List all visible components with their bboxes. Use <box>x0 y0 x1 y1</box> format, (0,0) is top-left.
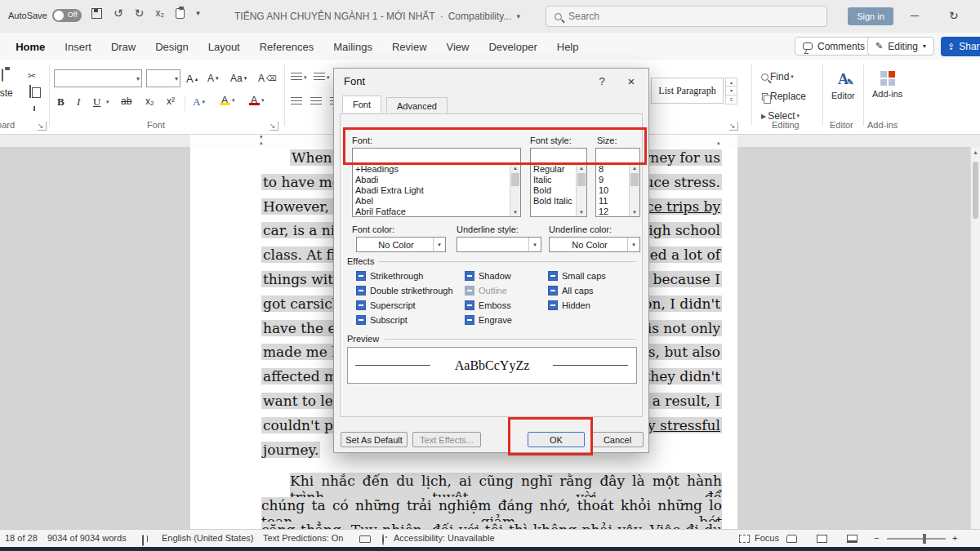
right-indent-marker-icon[interactable]: ▴ <box>717 140 720 145</box>
zoom-slider-track[interactable] <box>887 538 946 540</box>
sync-icon[interactable]: ↻ <box>949 9 959 22</box>
align-left-icon[interactable] <box>291 97 302 106</box>
font-color-dropdown[interactable]: No Color▾ <box>356 237 446 252</box>
find-button[interactable]: Find ▾ <box>761 71 794 82</box>
font-list[interactable]: +Headings Abadi Abadi Extra Light Abel A… <box>352 163 521 217</box>
tab-review[interactable]: Review <box>390 38 429 56</box>
effect-superscript[interactable]: Superscript <box>356 300 416 310</box>
font-list-item[interactable]: Abadi Extra Light <box>353 185 520 196</box>
read-mode-icon[interactable] <box>786 535 797 543</box>
autosave-control[interactable]: AutoSave Off <box>8 9 82 22</box>
subscript-qat-icon[interactable]: x₂ <box>155 8 164 18</box>
cancel-button[interactable]: Cancel <box>591 432 644 447</box>
effect-shadow[interactable]: Shadow <box>465 271 511 281</box>
chevron-down-icon[interactable]: ▾ <box>175 75 178 82</box>
checkbox-icon[interactable] <box>356 271 366 281</box>
underline-color-dropdown[interactable]: No Color▾ <box>549 237 640 252</box>
addins-button[interactable]: Add-ins <box>872 71 902 99</box>
font-list-item[interactable]: Abril Fatface <box>353 207 520 217</box>
effect-subscript[interactable]: Subscript <box>356 315 408 325</box>
strikethrough-button[interactable]: ab <box>121 96 131 107</box>
accessibility-status[interactable]: Accessibility: Unavailable <box>394 533 495 543</box>
zoom-in-button[interactable]: + <box>952 533 957 543</box>
undo-icon[interactable]: ↺ <box>114 7 123 19</box>
styles-dialog-launcher-icon[interactable]: ↘ <box>729 122 738 131</box>
effect-strikethrough[interactable]: Strikethrough <box>356 271 423 281</box>
tab-layout[interactable]: Layout <box>207 38 242 56</box>
clipboard-dialog-launcher-icon[interactable]: ↘ <box>38 122 47 131</box>
sign-in-button[interactable]: Sign in <box>848 7 893 25</box>
print-layout-icon[interactable] <box>817 535 827 543</box>
italic-button[interactable]: I <box>77 96 80 109</box>
effect-engrave[interactable]: Engrave <box>465 315 512 325</box>
chevron-down-icon[interactable]: ▾ <box>528 238 541 251</box>
search-box[interactable] <box>546 6 827 27</box>
checkbox-icon[interactable] <box>465 286 474 295</box>
font-list-item[interactable]: Abel <box>353 196 520 207</box>
underline-style-dropdown[interactable]: ▾ <box>457 237 541 252</box>
size-list-scrollbar[interactable]: ▲▼ <box>629 164 639 216</box>
cut-icon[interactable]: ✂ <box>28 70 36 82</box>
checkbox-icon[interactable] <box>356 300 366 310</box>
zoom-slider-handle[interactable] <box>923 534 926 544</box>
chevron-down-icon[interactable]: ▾ <box>136 75 140 82</box>
font-list-item[interactable]: Abadi <box>353 175 520 185</box>
checkbox-icon[interactable] <box>465 315 474 325</box>
minimize-icon[interactable]: ─ <box>911 9 919 22</box>
text-predictions-indicator[interactable]: Text Predictions: On <box>263 533 343 543</box>
dialog-tab-font[interactable]: Font <box>342 96 381 113</box>
checkbox-icon[interactable] <box>356 286 366 295</box>
superscript-button[interactable]: x² <box>167 96 175 107</box>
dialog-tab-advanced[interactable]: Advanced <box>386 97 448 114</box>
checkbox-icon[interactable] <box>548 286 558 295</box>
save-icon[interactable] <box>91 8 102 19</box>
text-effects-dialog-button[interactable]: Text Effects... <box>412 432 481 447</box>
scrollbar-thumb[interactable] <box>973 162 978 219</box>
keyboard-icon[interactable] <box>359 535 371 543</box>
underline-options-icon[interactable]: ▾ <box>106 99 109 105</box>
vertical-scrollbar[interactable]: ▲ <box>970 147 980 529</box>
change-case-button[interactable]: Aa▾ <box>230 73 247 84</box>
clear-formatting-button[interactable]: A⌫ <box>258 73 277 84</box>
comments-button[interactable]: Comments <box>795 37 873 56</box>
set-as-default-button[interactable]: Set As Default <box>341 432 408 447</box>
numbering-icon[interactable] <box>314 73 325 82</box>
search-input[interactable] <box>568 11 797 22</box>
numbering-chevron-icon[interactable]: ▾ <box>327 74 330 81</box>
text-effects-button[interactable]: A▾ <box>193 96 205 109</box>
style-list-paragraph[interactable]: List Paragraph <box>651 78 724 104</box>
bullets-icon[interactable] <box>291 73 302 82</box>
focus-button[interactable]: Focus <box>755 533 779 543</box>
font-size-combo[interactable]: ▾ <box>146 69 180 87</box>
indent-marker-bottom-icon[interactable]: ▴ <box>260 140 263 145</box>
tab-mailings[interactable]: Mailings <box>332 38 374 56</box>
chevron-down-icon[interactable]: ▾ <box>433 238 445 251</box>
share-button[interactable]: ⇪ Share <box>941 37 980 56</box>
font-color-button[interactable]: A ▾ <box>248 94 265 106</box>
effect-hidden[interactable]: Hidden <box>548 300 590 310</box>
close-icon[interactable]: × <box>621 72 642 90</box>
effect-emboss[interactable]: Emboss <box>465 300 511 310</box>
font-name-input[interactable] <box>55 70 128 87</box>
underline-button[interactable]: U <box>93 96 100 109</box>
subscript-button[interactable]: x₂ <box>145 96 154 107</box>
page-indicator[interactable]: 18 of 28 <box>5 533 38 543</box>
grow-font-button[interactable]: A▴ <box>186 73 198 85</box>
checkbox-icon[interactable] <box>548 300 558 310</box>
tab-insert[interactable]: Insert <box>63 38 93 56</box>
bullets-chevron-icon[interactable]: ▾ <box>304 74 307 81</box>
style-list-scrollbar[interactable]: ▲▼ <box>576 164 586 216</box>
redo-icon[interactable]: ↻ <box>135 7 145 19</box>
tab-developer[interactable]: Developer <box>487 38 538 56</box>
help-icon[interactable]: ? <box>591 72 612 90</box>
copy-icon[interactable] <box>29 85 31 98</box>
editor-button[interactable]: A✎ Editor <box>831 71 855 100</box>
checkbox-icon[interactable] <box>465 300 474 310</box>
effect-all-caps[interactable]: All caps <box>548 286 594 295</box>
word-count[interactable]: 9034 of 9034 words <box>47 533 127 543</box>
styles-scroll-up-icon[interactable]: ▴ <box>725 78 737 87</box>
styles-scroll-down-icon[interactable]: ▾ <box>725 87 737 96</box>
web-layout-icon[interactable] <box>847 535 858 543</box>
effect-small-caps[interactable]: Small caps <box>548 271 606 281</box>
highlight-color-button[interactable]: A ▾ <box>219 94 235 106</box>
